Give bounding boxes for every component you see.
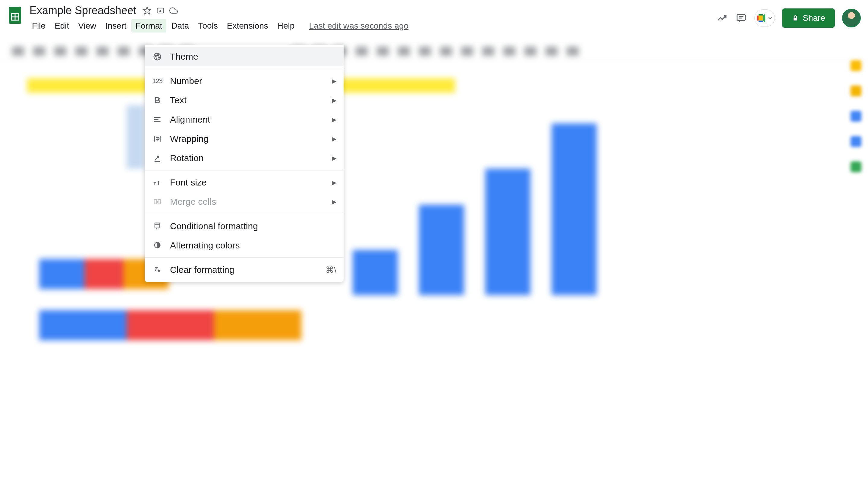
share-label: Share: [803, 13, 825, 23]
svg-rect-6: [737, 14, 745, 21]
menu-file[interactable]: File: [28, 19, 50, 33]
lock-icon: [792, 14, 799, 22]
blurred-background: [0, 42, 868, 477]
cloud-icon[interactable]: [169, 6, 178, 15]
divider: [145, 69, 344, 69]
menu-wrapping-label: Wrapping: [170, 134, 324, 144]
svg-marker-4: [144, 7, 151, 14]
theme-icon: [152, 51, 163, 62]
menu-rotation-label: Rotation: [170, 153, 324, 163]
menu-alignment-label: Alignment: [170, 114, 324, 125]
menu-font-size-label: Font size: [170, 177, 324, 188]
menu-alignment[interactable]: Alignment ▶: [145, 110, 344, 129]
menu-wrapping[interactable]: Wrapping ▶: [145, 129, 344, 148]
submenu-arrow-icon: ▶: [332, 77, 336, 84]
clear-format-icon: [152, 264, 163, 275]
format-dropdown: Theme 123 Number ▶ B Text ▶ Alignment ▶ …: [145, 44, 344, 282]
svg-point-11: [155, 56, 156, 57]
submenu-arrow-icon: ▶: [332, 198, 336, 205]
chevron-down-icon: [768, 16, 772, 20]
menu-conditional-formatting-label: Conditional formatting: [170, 221, 336, 231]
submenu-arrow-icon: ▶: [332, 155, 336, 162]
menu-view[interactable]: View: [74, 19, 100, 33]
shortcut-label: ⌘\: [326, 265, 336, 275]
menu-number-label: Number: [170, 76, 324, 86]
header-right: Share: [716, 8, 861, 28]
title-area: Example Spreadsheet File Edit View Inser…: [28, 4, 711, 33]
comments-icon[interactable]: [735, 12, 747, 24]
vertical-bar-chart: [329, 102, 630, 307]
alternating-colors-icon: [152, 240, 163, 251]
rotation-icon: [152, 153, 163, 164]
avatar[interactable]: [842, 9, 861, 27]
menu-font-size[interactable]: TT Font size ▶: [145, 173, 344, 192]
svg-rect-24: [155, 223, 160, 228]
menu-text[interactable]: B Text ▶: [145, 91, 344, 110]
menubar: File Edit View Insert Format Data Tools …: [28, 19, 711, 33]
divider: [145, 258, 344, 258]
svg-point-10: [154, 53, 161, 60]
menu-merge-cells: Merge cells ▶: [145, 192, 344, 211]
divider: [145, 170, 344, 170]
svg-rect-22: [154, 200, 157, 204]
menu-extensions[interactable]: Extensions: [223, 19, 273, 33]
wrapping-icon: [152, 133, 163, 144]
menu-help[interactable]: Help: [273, 19, 299, 33]
menu-text-label: Text: [170, 95, 324, 105]
header: Example Spreadsheet File Edit View Inser…: [0, 0, 868, 33]
menu-clear-formatting[interactable]: Clear formatting ⌘\: [145, 260, 344, 279]
conditional-format-icon: [152, 221, 163, 232]
menu-insert[interactable]: Insert: [101, 19, 131, 33]
menu-theme[interactable]: Theme: [145, 47, 344, 66]
menu-rotation[interactable]: Rotation ▶: [145, 148, 344, 168]
star-icon[interactable]: [143, 6, 151, 15]
menu-conditional-formatting[interactable]: Conditional formatting: [145, 216, 344, 236]
menu-theme-label: Theme: [170, 52, 336, 62]
svg-text:T: T: [154, 181, 156, 186]
alignment-icon: [152, 114, 163, 125]
document-title[interactable]: Example Spreadsheet: [28, 4, 138, 18]
merge-icon: [152, 196, 163, 207]
meet-icon[interactable]: [754, 9, 775, 27]
share-button[interactable]: Share: [782, 8, 835, 28]
activity-icon[interactable]: [716, 12, 728, 24]
submenu-arrow-icon: ▶: [332, 179, 336, 186]
menu-data[interactable]: Data: [167, 19, 193, 33]
svg-rect-9: [794, 18, 797, 21]
menu-alternating-colors-label: Alternating colors: [170, 240, 336, 250]
svg-text:T: T: [157, 179, 160, 186]
menu-format[interactable]: Format: [131, 19, 167, 33]
menu-merge-cells-label: Merge cells: [170, 197, 324, 207]
menu-alternating-colors[interactable]: Alternating colors: [145, 236, 344, 255]
submenu-arrow-icon: ▶: [332, 97, 336, 104]
menu-tools[interactable]: Tools: [194, 19, 222, 33]
sheets-logo[interactable]: [7, 5, 23, 26]
move-icon[interactable]: [156, 6, 164, 15]
last-edit-link[interactable]: Last edit was seconds ago: [309, 21, 408, 31]
bold-icon: B: [152, 95, 163, 106]
menu-clear-formatting-label: Clear formatting: [170, 265, 318, 275]
divider: [145, 214, 344, 214]
menu-edit[interactable]: Edit: [50, 19, 73, 33]
submenu-arrow-icon: ▶: [332, 116, 336, 123]
menu-number[interactable]: 123 Number ▶: [145, 71, 344, 91]
side-panel: [850, 60, 863, 172]
number-icon: 123: [152, 76, 163, 87]
svg-point-12: [158, 55, 159, 56]
svg-point-13: [158, 57, 159, 58]
submenu-arrow-icon: ▶: [332, 135, 336, 142]
font-size-icon: TT: [152, 177, 163, 188]
